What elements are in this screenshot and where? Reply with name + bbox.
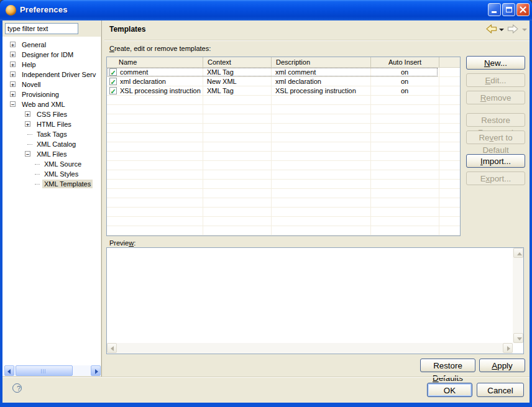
panel-sash[interactable] [101, 21, 102, 377]
tree-item-help[interactable]: +Help [2, 60, 101, 70]
revert-to-default-button: Revert to Default [466, 130, 525, 144]
header-separator [104, 40, 530, 41]
cell-description: XSL processing instruction [275, 86, 369, 96]
collapse-minus-icon[interactable]: − [10, 101, 16, 107]
tree-item-provisioning[interactable]: +Provisioning [2, 89, 101, 99]
expand-plus-icon[interactable]: + [10, 52, 16, 57]
cell-context: XML Tag [207, 86, 269, 96]
back-history-dropdown[interactable] [499, 29, 504, 31]
restore-removed-button: Restore Removed [466, 113, 525, 127]
tree-item-xml-files[interactable]: −XML Files [2, 149, 101, 159]
export-button: Export... [466, 171, 525, 185]
cell-name: xml declaration [120, 77, 201, 86]
scroll-left-icon [111, 346, 114, 351]
import-button[interactable]: Import... [466, 154, 525, 168]
tree-item-label: XML Styles [42, 170, 80, 178]
scroll-down-button-disabled [513, 333, 523, 343]
scrollbar-thumb[interactable] [16, 365, 73, 376]
preview-vertical-scrollbar [513, 248, 523, 343]
template-checkbox[interactable]: ✓ [109, 68, 117, 76]
close-icon [520, 6, 526, 13]
tree-item-label: CSS Files [35, 110, 69, 119]
tree-item-designer-for-idm[interactable]: +Designer for IDM [2, 50, 101, 60]
tree-guide-line [27, 134, 32, 135]
expand-plus-icon[interactable]: + [10, 71, 16, 77]
cell-auto-insert: on [370, 86, 439, 96]
tree-guide-line [27, 144, 32, 145]
scroll-right-button[interactable] [91, 365, 101, 376]
titlebar[interactable]: Preferences [0, 0, 532, 21]
tree-item-label: HTML Files [35, 120, 73, 129]
tree-item-general[interactable]: +General [2, 40, 101, 50]
tree-item-xml-styles[interactable]: XML Styles [2, 169, 101, 179]
cell-context: XML Tag [207, 68, 269, 77]
cell-context: New XML [207, 77, 269, 86]
scroll-down-icon [517, 337, 522, 341]
tree-guide-line [35, 164, 40, 165]
expand-plus-icon[interactable]: + [10, 91, 16, 97]
tree-item-novell[interactable]: +Novell [2, 80, 101, 89]
tree-horizontal-scrollbar[interactable] [4, 365, 101, 376]
table-row[interactable]: ✓ xml declaration New XML xml declaratio… [107, 77, 460, 86]
scroll-left-button-disabled [107, 343, 117, 353]
tree-item-independent-driver-services[interactable]: +Independent Driver Serv [2, 70, 101, 80]
tree-item-task-tags[interactable]: Task Tags [2, 129, 101, 139]
scroll-up-icon [517, 252, 522, 255]
expand-plus-icon[interactable]: + [25, 111, 30, 117]
ok-button[interactable]: OK [427, 383, 472, 397]
table-header: Name Context Description Auto Insert [107, 57, 460, 68]
new-button[interactable]: New... [466, 56, 525, 70]
column-header-context[interactable]: Context [203, 57, 271, 67]
minimize-button[interactable] [488, 3, 501, 16]
preview-text-area[interactable] [106, 247, 524, 354]
tree-item-xml-templates[interactable]: XML Templates [2, 179, 101, 189]
collapse-minus-icon[interactable]: − [25, 151, 30, 157]
tree-item-web-and-xml[interactable]: −Web and XML [2, 99, 101, 109]
tree-item-label: Help [20, 60, 38, 69]
column-header-auto-insert[interactable]: Auto Insert [370, 57, 439, 67]
preferences-tree: +General +Designer for IDM +Help +Indepe… [2, 37, 101, 376]
cell-description: xml comment [275, 68, 369, 77]
templates-table: Name Context Description Auto Insert ✓ c… [106, 57, 461, 236]
tree-item-html-files[interactable]: +HTML Files [2, 119, 101, 129]
table-row[interactable]: ✓ XSL processing instruction XML Tag XSL… [107, 86, 460, 96]
scroll-right-button-disabled [503, 343, 513, 353]
minimize-icon [492, 11, 497, 13]
preview-label: Preview: [109, 239, 135, 247]
scroll-left-icon [7, 369, 11, 374]
column-header-description[interactable]: Description [271, 57, 370, 67]
close-button[interactable] [516, 3, 530, 16]
template-checkbox[interactable]: ✓ [109, 87, 117, 94]
expand-plus-icon[interactable]: + [25, 121, 30, 127]
table-row[interactable]: ✓ comment XML Tag xml comment on [107, 68, 460, 77]
restore-defaults-button[interactable]: Restore Defaults [420, 359, 475, 372]
back-arrow-button[interactable] [485, 24, 497, 34]
filter-input[interactable] [5, 23, 78, 34]
scrollbar-grip-icon [41, 369, 47, 373]
expand-plus-icon[interactable]: + [10, 81, 16, 87]
expand-plus-icon[interactable]: + [10, 62, 16, 67]
cancel-button[interactable]: Cancel [477, 383, 524, 397]
cell-auto-insert: on [370, 68, 439, 77]
create-templates-label: Create, edit or remove templates: [109, 45, 211, 52]
tree-item-xml-catalog[interactable]: XML Catalog [2, 139, 101, 149]
tree-item-label: Web and XML [20, 100, 67, 109]
preferences-window-icon [6, 5, 16, 16]
template-checkbox[interactable]: ✓ [109, 78, 117, 85]
tree-guide-line [35, 174, 40, 175]
preferences-dialog: Preferences +General +Designer for IDM +… [0, 0, 532, 407]
tree-item-xml-source[interactable]: XML Source [2, 159, 101, 169]
page-title: Templates [109, 25, 145, 34]
remove-button: Remove [466, 91, 525, 104]
column-header-name[interactable]: Name [107, 57, 203, 67]
bottom-separator [2, 377, 530, 378]
cell-name: comment [120, 68, 201, 77]
tree-item-css-files[interactable]: +CSS Files [2, 109, 101, 119]
apply-button[interactable]: Apply [479, 359, 525, 372]
expand-plus-icon[interactable]: + [10, 42, 16, 47]
scroll-right-icon [95, 369, 98, 374]
scroll-left-button[interactable] [4, 365, 14, 376]
help-button[interactable]: ? [12, 383, 22, 393]
maximize-button[interactable] [502, 3, 515, 16]
question-mark-icon: ? [17, 385, 21, 392]
